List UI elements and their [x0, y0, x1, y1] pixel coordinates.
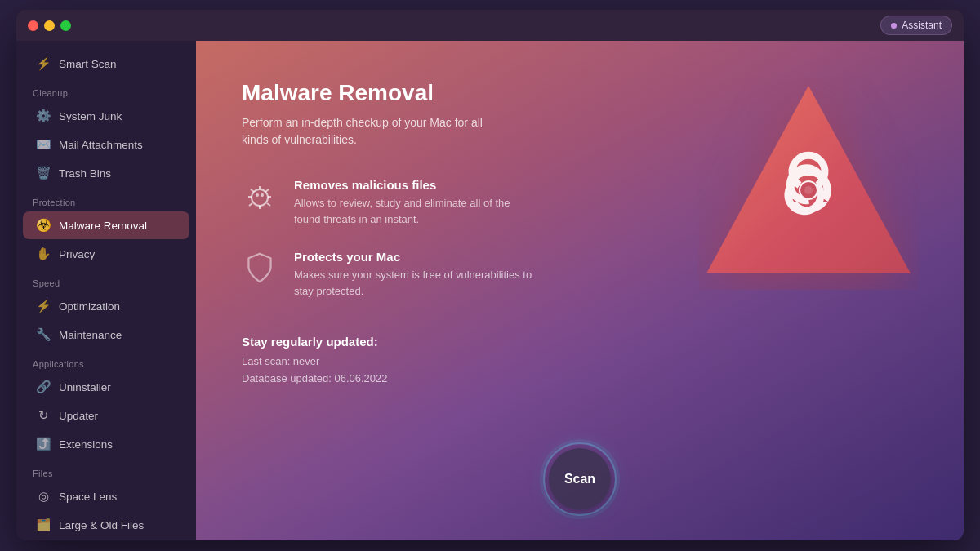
sidebar-item-space-lens[interactable]: ◎ Space Lens: [23, 482, 189, 510]
svg-line-11: [249, 203, 252, 206]
sidebar-item-label: Optimization: [59, 300, 120, 313]
sidebar-item-shredder[interactable]: ⊟ Shredder: [23, 540, 189, 540]
privacy-icon: ✋: [36, 247, 51, 261]
main-content: Malware Removal Perform an in-depth chec…: [196, 41, 964, 540]
feature-item-malicious: Removes malicious files Allows to review…: [242, 178, 650, 227]
sidebar-item-system-junk[interactable]: ⚙️ System Junk: [23, 102, 189, 130]
sidebar: ⚡ Smart Scan Cleanup ⚙️ System Junk ✉️ M…: [16, 41, 196, 540]
page-subtitle: Perform an in-depth checkup of your Mac …: [242, 114, 503, 149]
sidebar-item-label: Privacy: [59, 248, 95, 260]
sidebar-item-privacy[interactable]: ✋ Privacy: [23, 240, 189, 268]
traffic-lights: [28, 20, 71, 31]
sidebar-item-label: Extensions: [59, 438, 113, 451]
svg-point-15: [261, 193, 264, 197]
page-title: Malware Removal: [242, 80, 650, 106]
assistant-dot-icon: [891, 23, 897, 29]
svg-point-14: [256, 193, 259, 197]
sidebar-item-label: Space Lens: [59, 491, 117, 503]
trash-bins-icon: 🗑️: [36, 166, 51, 180]
feature-title: Removes malicious files: [294, 178, 539, 192]
scan-button-wrap: Scan: [543, 442, 617, 516]
sidebar-item-malware-removal[interactable]: ☣️ Malware Removal: [23, 211, 189, 239]
sidebar-item-mail-attachments[interactable]: ✉️ Mail Attachments: [23, 131, 189, 158]
app-window: Assistant ⚡ Smart Scan Cleanup ⚙️ System…: [16, 10, 964, 540]
large-old-files-icon: 🗂️: [36, 518, 51, 532]
optimization-icon: ⚡: [36, 299, 51, 313]
update-section: Stay regularly updated: Last scan: never…: [242, 335, 650, 388]
sidebar-item-label: Uninstaller: [59, 381, 111, 393]
update-title: Stay regularly updated:: [242, 335, 650, 349]
section-label-protection: Protection: [16, 188, 196, 211]
database-info: Database updated: 06.06.2022: [242, 371, 650, 388]
content-area: Malware Removal Perform an in-depth chec…: [242, 80, 650, 388]
sidebar-item-label: System Junk: [59, 110, 122, 122]
section-label-applications: Applications: [16, 349, 196, 372]
feature-desc: Makes sure your system is free of vulner…: [294, 267, 539, 299]
sidebar-item-extensions[interactable]: ⤴️ Extensions: [23, 430, 189, 458]
last-scan-info: Last scan: never: [242, 353, 650, 371]
shield-icon: [245, 252, 274, 283]
sidebar-item-label: Large & Old Files: [59, 519, 144, 531]
feature-title: Protects your Mac: [294, 250, 539, 264]
app-body: ⚡ Smart Scan Cleanup ⚙️ System Junk ✉️ M…: [16, 41, 964, 540]
titlebar: Assistant: [16, 10, 964, 41]
section-label-files: Files: [16, 459, 196, 482]
feature-list: Removes malicious files Allows to review…: [242, 178, 650, 299]
extensions-icon: ⤴️: [36, 437, 51, 451]
sidebar-item-label: Updater: [59, 410, 98, 422]
assistant-label: Assistant: [902, 20, 942, 31]
bug-icon-wrap: [242, 178, 278, 214]
svg-marker-0: [706, 86, 911, 273]
section-label-cleanup: Cleanup: [16, 78, 196, 101]
smart-scan-icon: ⚡: [36, 56, 51, 71]
biohazard-graphic: [698, 78, 919, 290]
feature-text-protect: Protects your Mac Makes sure your system…: [294, 250, 539, 299]
feature-item-protect: Protects your Mac Makes sure your system…: [242, 250, 650, 299]
sidebar-item-trash-bins[interactable]: 🗑️ Trash Bins: [23, 159, 189, 187]
space-lens-icon: ◎: [36, 489, 51, 504]
sidebar-item-label: Malware Removal: [59, 220, 147, 232]
close-button[interactable]: [28, 20, 38, 31]
uninstaller-icon: 🔗: [36, 380, 51, 394]
scan-button[interactable]: Scan: [549, 448, 611, 510]
sidebar-item-label: Maintenance: [59, 329, 122, 341]
svg-line-12: [267, 203, 270, 206]
maximize-button[interactable]: [60, 20, 71, 31]
sidebar-item-smart-scan[interactable]: ⚡ Smart Scan: [23, 50, 189, 78]
sidebar-item-updater[interactable]: ↻ Updater: [23, 402, 189, 429]
sidebar-item-label: Smart Scan: [59, 58, 117, 70]
feature-desc: Allows to review, study and eliminate al…: [294, 195, 539, 227]
sidebar-item-large-old-files[interactable]: 🗂️ Large & Old Files: [23, 511, 189, 539]
updater-icon: ↻: [36, 408, 51, 423]
sidebar-item-optimization[interactable]: ⚡ Optimization: [23, 292, 189, 320]
sidebar-item-label: Trash Bins: [59, 167, 111, 180]
shield-icon-wrap: [242, 250, 278, 286]
section-label-speed: Speed: [16, 269, 196, 291]
sidebar-item-uninstaller[interactable]: 🔗 Uninstaller: [23, 373, 189, 401]
maintenance-icon: 🔧: [36, 327, 51, 342]
svg-line-7: [251, 189, 254, 192]
mail-attachments-icon: ✉️: [36, 137, 51, 152]
malware-removal-icon: ☣️: [36, 218, 51, 233]
feature-text-malicious: Removes malicious files Allows to review…: [294, 178, 539, 227]
assistant-button[interactable]: Assistant: [880, 16, 952, 35]
sidebar-item-maintenance[interactable]: 🔧 Maintenance: [23, 321, 189, 349]
minimize-button[interactable]: [44, 20, 55, 31]
svg-point-4: [804, 186, 813, 194]
system-junk-icon: ⚙️: [36, 109, 51, 123]
sidebar-item-label: Mail Attachments: [59, 139, 143, 151]
svg-line-8: [265, 189, 269, 192]
scan-button-ring: Scan: [543, 442, 617, 516]
bug-icon: [244, 180, 275, 211]
